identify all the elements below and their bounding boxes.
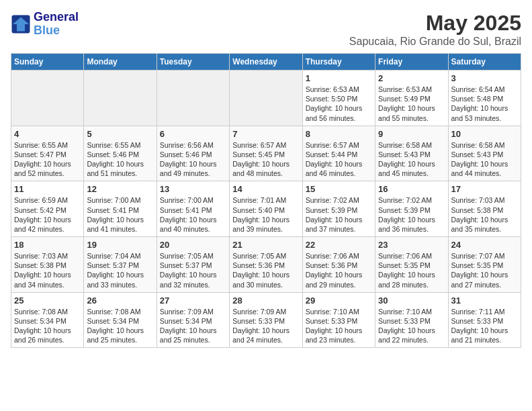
day-number: 21 xyxy=(232,240,299,250)
weekday-header: Wednesday xyxy=(230,54,302,71)
calendar-cell: 11Sunrise: 6:59 AM Sunset: 5:42 PM Dayli… xyxy=(11,181,84,237)
day-info: Sunrise: 7:06 AM Sunset: 5:35 PM Dayligh… xyxy=(378,251,445,289)
calendar-cell: 12Sunrise: 7:00 AM Sunset: 5:41 PM Dayli… xyxy=(84,181,157,237)
day-info: Sunrise: 7:08 AM Sunset: 5:34 PM Dayligh… xyxy=(87,307,153,345)
weekday-header: Friday xyxy=(375,54,448,71)
logo: General Blue xyxy=(11,11,79,38)
day-number: 20 xyxy=(160,240,226,250)
calendar-cell: 30Sunrise: 7:10 AM Sunset: 5:33 PM Dayli… xyxy=(375,292,448,348)
calendar-week-row: 1Sunrise: 6:53 AM Sunset: 5:50 PM Daylig… xyxy=(11,71,521,126)
day-info: Sunrise: 6:53 AM Sunset: 5:49 PM Dayligh… xyxy=(378,85,445,123)
calendar-cell: 25Sunrise: 7:08 AM Sunset: 5:34 PM Dayli… xyxy=(11,292,84,348)
day-number: 8 xyxy=(306,129,372,139)
calendar-cell: 15Sunrise: 7:02 AM Sunset: 5:39 PM Dayli… xyxy=(302,181,375,237)
calendar-cell: 22Sunrise: 7:06 AM Sunset: 5:36 PM Dayli… xyxy=(302,237,375,293)
day-number: 4 xyxy=(14,129,81,139)
day-info: Sunrise: 7:06 AM Sunset: 5:36 PM Dayligh… xyxy=(306,251,372,289)
day-info: Sunrise: 7:02 AM Sunset: 5:39 PM Dayligh… xyxy=(306,195,372,234)
day-info: Sunrise: 6:53 AM Sunset: 5:50 PM Dayligh… xyxy=(306,85,372,123)
weekday-header: Saturday xyxy=(448,54,521,71)
day-info: Sunrise: 7:10 AM Sunset: 5:33 PM Dayligh… xyxy=(306,307,372,345)
weekday-header: Thursday xyxy=(302,54,375,71)
day-info: Sunrise: 7:02 AM Sunset: 5:39 PM Dayligh… xyxy=(378,195,445,234)
calendar-cell xyxy=(84,71,157,126)
calendar-cell: 14Sunrise: 7:01 AM Sunset: 5:40 PM Dayli… xyxy=(230,181,302,237)
day-info: Sunrise: 7:05 AM Sunset: 5:36 PM Dayligh… xyxy=(232,251,299,289)
calendar-cell: 9Sunrise: 6:58 AM Sunset: 5:43 PM Daylig… xyxy=(375,126,448,181)
calendar-week-row: 4Sunrise: 6:55 AM Sunset: 5:47 PM Daylig… xyxy=(11,126,521,181)
day-number: 18 xyxy=(14,240,81,250)
day-number: 3 xyxy=(451,73,518,83)
calendar-cell: 23Sunrise: 7:06 AM Sunset: 5:35 PM Dayli… xyxy=(375,237,448,293)
title-block: May 2025 Sapucaia, Rio Grande do Sul, Br… xyxy=(349,11,521,48)
calendar-cell: 27Sunrise: 7:09 AM Sunset: 5:34 PM Dayli… xyxy=(157,292,229,348)
calendar-cell: 31Sunrise: 7:11 AM Sunset: 5:33 PM Dayli… xyxy=(448,292,521,348)
day-info: Sunrise: 6:58 AM Sunset: 5:43 PM Dayligh… xyxy=(451,140,518,179)
calendar-cell: 16Sunrise: 7:02 AM Sunset: 5:39 PM Dayli… xyxy=(375,181,448,237)
day-number: 27 xyxy=(160,295,226,306)
calendar-cell: 4Sunrise: 6:55 AM Sunset: 5:47 PM Daylig… xyxy=(11,126,84,181)
day-number: 10 xyxy=(451,129,518,139)
day-info: Sunrise: 6:55 AM Sunset: 5:47 PM Dayligh… xyxy=(14,140,81,179)
day-info: Sunrise: 6:56 AM Sunset: 5:46 PM Dayligh… xyxy=(160,140,226,179)
calendar-cell: 20Sunrise: 7:05 AM Sunset: 5:37 PM Dayli… xyxy=(157,237,229,293)
day-info: Sunrise: 7:11 AM Sunset: 5:33 PM Dayligh… xyxy=(451,307,518,345)
day-number: 5 xyxy=(87,129,153,139)
month-title: May 2025 xyxy=(349,11,521,36)
day-number: 6 xyxy=(160,129,226,139)
day-info: Sunrise: 7:08 AM Sunset: 5:34 PM Dayligh… xyxy=(14,307,81,345)
calendar-cell xyxy=(230,71,302,126)
day-info: Sunrise: 6:57 AM Sunset: 5:44 PM Dayligh… xyxy=(306,140,372,179)
calendar-cell: 5Sunrise: 6:55 AM Sunset: 5:46 PM Daylig… xyxy=(84,126,157,181)
calendar-cell: 3Sunrise: 6:54 AM Sunset: 5:48 PM Daylig… xyxy=(448,71,521,126)
day-number: 25 xyxy=(14,295,81,306)
day-number: 30 xyxy=(378,295,445,306)
calendar-cell: 19Sunrise: 7:04 AM Sunset: 5:37 PM Dayli… xyxy=(84,237,157,293)
day-number: 9 xyxy=(378,129,445,139)
calendar-cell: 1Sunrise: 6:53 AM Sunset: 5:50 PM Daylig… xyxy=(302,71,375,126)
day-info: Sunrise: 6:59 AM Sunset: 5:42 PM Dayligh… xyxy=(14,195,81,234)
calendar-cell: 21Sunrise: 7:05 AM Sunset: 5:36 PM Dayli… xyxy=(230,237,302,293)
day-info: Sunrise: 7:05 AM Sunset: 5:37 PM Dayligh… xyxy=(160,251,226,289)
calendar-cell: 13Sunrise: 7:00 AM Sunset: 5:41 PM Dayli… xyxy=(157,181,229,237)
weekday-header: Tuesday xyxy=(157,54,229,71)
calendar-cell: 24Sunrise: 7:07 AM Sunset: 5:35 PM Dayli… xyxy=(448,237,521,293)
day-info: Sunrise: 7:10 AM Sunset: 5:33 PM Dayligh… xyxy=(378,307,445,345)
calendar-cell xyxy=(157,71,229,126)
calendar-cell: 8Sunrise: 6:57 AM Sunset: 5:44 PM Daylig… xyxy=(302,126,375,181)
logo-icon xyxy=(11,14,31,34)
calendar-header-row: SundayMondayTuesdayWednesdayThursdayFrid… xyxy=(11,54,521,71)
day-number: 28 xyxy=(232,295,299,306)
calendar-cell: 18Sunrise: 7:03 AM Sunset: 5:38 PM Dayli… xyxy=(11,237,84,293)
weekday-header: Monday xyxy=(84,54,157,71)
calendar-cell: 2Sunrise: 6:53 AM Sunset: 5:49 PM Daylig… xyxy=(375,71,448,126)
day-info: Sunrise: 7:09 AM Sunset: 5:33 PM Dayligh… xyxy=(232,307,299,345)
day-number: 17 xyxy=(451,184,518,194)
day-number: 19 xyxy=(87,240,153,250)
day-info: Sunrise: 7:00 AM Sunset: 5:41 PM Dayligh… xyxy=(87,195,153,234)
calendar-week-row: 11Sunrise: 6:59 AM Sunset: 5:42 PM Dayli… xyxy=(11,181,521,237)
day-info: Sunrise: 6:55 AM Sunset: 5:46 PM Dayligh… xyxy=(87,140,153,179)
day-info: Sunrise: 6:58 AM Sunset: 5:43 PM Dayligh… xyxy=(378,140,445,179)
calendar-cell: 7Sunrise: 6:57 AM Sunset: 5:45 PM Daylig… xyxy=(230,126,302,181)
day-number: 12 xyxy=(87,184,153,194)
day-number: 23 xyxy=(378,240,445,250)
day-info: Sunrise: 6:54 AM Sunset: 5:48 PM Dayligh… xyxy=(451,85,518,123)
logo-line1: General xyxy=(34,11,79,24)
day-info: Sunrise: 7:03 AM Sunset: 5:38 PM Dayligh… xyxy=(451,195,518,234)
day-number: 7 xyxy=(232,129,299,139)
day-number: 29 xyxy=(306,295,372,306)
calendar-cell: 10Sunrise: 6:58 AM Sunset: 5:43 PM Dayli… xyxy=(448,126,521,181)
day-number: 16 xyxy=(378,184,445,194)
calendar-cell: 6Sunrise: 6:56 AM Sunset: 5:46 PM Daylig… xyxy=(157,126,229,181)
day-number: 15 xyxy=(306,184,372,194)
day-number: 11 xyxy=(14,184,81,194)
day-number: 22 xyxy=(306,240,372,250)
calendar-cell: 17Sunrise: 7:03 AM Sunset: 5:38 PM Dayli… xyxy=(448,181,521,237)
day-number: 26 xyxy=(87,295,153,306)
day-info: Sunrise: 7:01 AM Sunset: 5:40 PM Dayligh… xyxy=(232,195,299,234)
calendar-week-row: 25Sunrise: 7:08 AM Sunset: 5:34 PM Dayli… xyxy=(11,292,521,348)
calendar-cell: 26Sunrise: 7:08 AM Sunset: 5:34 PM Dayli… xyxy=(84,292,157,348)
day-info: Sunrise: 7:04 AM Sunset: 5:37 PM Dayligh… xyxy=(87,251,153,289)
day-number: 24 xyxy=(451,240,518,250)
